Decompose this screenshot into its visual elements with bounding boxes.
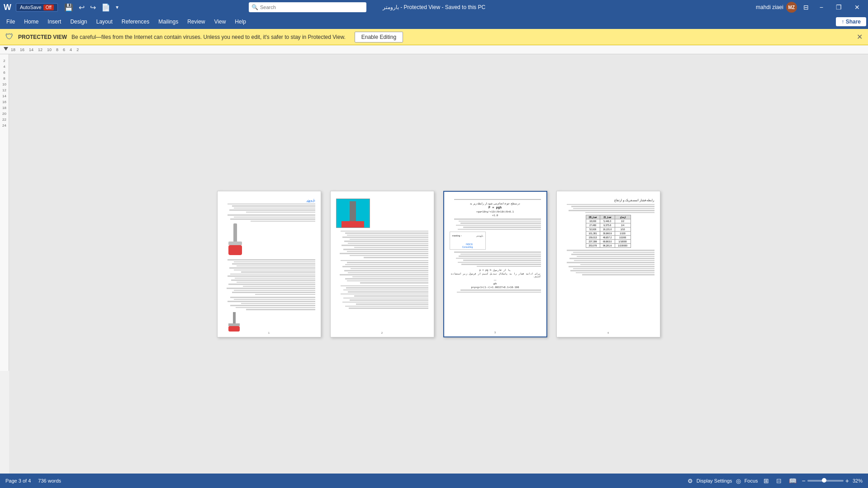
menu-help[interactable]: Help (230, 17, 251, 27)
search-box[interactable]: 🔍 (249, 2, 366, 12)
page3-formula: P = ρgh (450, 206, 541, 209)
shield-icon: 🛡 (5, 32, 14, 42)
status-bar: Page 3 of 4 736 words ⚙ Display Settings… (0, 474, 868, 488)
menu-references[interactable]: References (117, 17, 154, 27)
ruler-marker (4, 47, 8, 51)
document-area: بارومتر (9, 54, 868, 474)
page3-formula3: یا از قارمول p = ρg h (450, 269, 541, 271)
page3-formula4: برای ادامه فشار را به پاسکال تبدیل کنیم … (450, 272, 541, 278)
menu-bar: File Home Insert Design Layout Reference… (0, 14, 868, 29)
zoom-thumb (822, 478, 826, 483)
protected-view-message: Be careful—files from the Internet can c… (71, 34, 346, 40)
new-doc-icon[interactable]: 📄 (100, 2, 112, 13)
menu-mailings[interactable]: Mailings (154, 17, 183, 27)
zoom-level: 32% (853, 478, 863, 483)
read-mode-view-button[interactable]: 📖 (787, 476, 798, 485)
protected-view-close[interactable]: ✕ (857, 33, 863, 41)
more-commands-icon[interactable]: ▾ (114, 3, 120, 11)
enable-editing-button[interactable]: Enable Editing (355, 32, 403, 43)
autosave-label: AutoSave (20, 5, 42, 10)
user-avatar[interactable]: MZ (786, 2, 797, 13)
zoom-out-button[interactable]: − (802, 477, 806, 484)
close-button[interactable]: ✕ (850, 0, 864, 14)
focus-icon[interactable]: ◎ (736, 478, 741, 484)
page3-formula2: 1.0× (450, 214, 541, 217)
focus-label[interactable]: Focus (745, 478, 758, 483)
page2-cyan-diagram (336, 199, 370, 228)
status-bar-right: ⚙ Display Settings ◎ Focus ⊞ ⊟ 📖 − + 32% (688, 476, 863, 485)
print-layout-view-button[interactable]: ⊞ (762, 476, 771, 485)
user-name: mahdi ziaei (756, 4, 783, 10)
share-button[interactable]: ↑ Share (836, 17, 866, 26)
autosave-toggle[interactable]: AutoSave Off (16, 3, 58, 12)
undo-icon[interactable]: ↩ (77, 2, 86, 13)
page-2-content: 2 (331, 191, 434, 337)
page-thumbnail-3[interactable]: در سطح جو p انجام می شود ار رابطه زیر به… (443, 191, 547, 337)
save-icon[interactable]: 💾 (62, 2, 75, 13)
page3-formula-title: در سطح جو p انجام می شود ار رابطه زیر به (450, 202, 541, 205)
page1-link: بارومتر (223, 199, 315, 202)
document-title: بارومتر - Protected View - Saved to this… (383, 4, 485, 10)
page4-number: 4 (607, 332, 609, 334)
minimize-button[interactable]: − (815, 0, 828, 14)
autosave-state: Off (43, 5, 54, 10)
page-4-content: رابطه فشار اتمسفریک و ارتفاع ارتفاع فشار… (557, 191, 660, 337)
page-thumbnail-2[interactable]: 2 (330, 191, 434, 337)
page3-number: 3 (494, 331, 496, 334)
page1-diagram (223, 223, 248, 257)
page3-formula5: — (450, 279, 541, 281)
zoom-control: − + 32% (802, 477, 863, 484)
protected-view-bar: 🛡 PROTECTED VIEW Be careful—files from t… (0, 29, 868, 45)
menu-view[interactable]: View (210, 17, 231, 27)
page1-number: 1 (268, 332, 270, 334)
menu-design[interactable]: Design (66, 17, 91, 27)
word-icon: W (4, 3, 11, 12)
page-info: Page 3 of 4 (5, 478, 31, 483)
page-thumbnail-4[interactable]: رابطه فشار اتمسفریک و ارتفاع ارتفاع فشار… (556, 191, 660, 337)
search-icon: 🔍 (251, 4, 258, 10)
title-bar-left: W AutoSave Off 💾 ↩ ↪ 📄 ▾ (4, 2, 120, 13)
page3-formula-detail: pa=10×μ¹×13۶/0×10۶/0×0.1× (450, 210, 541, 213)
share-icon: ↑ (841, 19, 844, 25)
pages-container: بارومتر (199, 173, 678, 355)
display-settings-icon[interactable]: ⚙ (688, 478, 693, 484)
menu-file[interactable]: File (2, 17, 19, 27)
restore-button[interactable]: ❐ (831, 0, 846, 14)
search-input[interactable] (260, 5, 342, 10)
zoom-in-button[interactable]: + (845, 477, 849, 484)
page1-diagram2 (223, 312, 246, 332)
status-bar-left: Page 3 of 4 736 words (5, 478, 61, 483)
title-bar-right: mahdi ziaei MZ ⊟ − ❐ ✕ (756, 0, 864, 14)
vertical-ruler: 2 4 6 8 10 12 14 16 18 20 22 24 (0, 54, 9, 371)
page3-small-diagram: ↑ meeting بارومتر INSCEConsulting (450, 232, 486, 250)
display-settings-label[interactable]: Display Settings (697, 478, 732, 483)
page2-number: 2 (381, 332, 383, 334)
ruler-numbers: 18 16 14 12 10 8 6 4 2 (9, 47, 81, 52)
page3-formula7: p=ρ×g×1=(1-r)×1.00327×0.1×10-100 (450, 286, 541, 289)
page-3-content: در سطح جو p انجام می شود ار رابطه زیر به… (444, 192, 546, 336)
menu-review[interactable]: Review (183, 17, 209, 27)
menu-layout[interactable]: Layout (92, 17, 117, 27)
horizontal-ruler: 18 16 14 12 10 8 6 4 2 (0, 45, 868, 54)
word-count: 736 words (38, 478, 61, 483)
quick-access-toolbar: 💾 ↩ ↪ 📄 ▾ (62, 2, 120, 13)
menu-home[interactable]: Home (19, 17, 43, 27)
redo-icon[interactable]: ↪ (88, 2, 98, 13)
web-layout-view-button[interactable]: ⊟ (774, 476, 783, 485)
ribbon-display-icon[interactable]: ⊟ (801, 4, 811, 11)
page-thumbnail-1[interactable]: بارومتر (217, 191, 321, 337)
page-1-content: بارومتر (218, 191, 321, 337)
page3-formula6: g/h (450, 282, 541, 285)
zoom-slider[interactable] (807, 480, 844, 482)
page4-data-table: ارتفاع فشار (I) فشار (II) 1/2 5,446.3 18… (586, 215, 631, 248)
menu-insert[interactable]: Insert (43, 17, 66, 27)
protected-view-title: PROTECTED VIEW (18, 34, 67, 40)
user-info: mahdi ziaei MZ (756, 2, 797, 13)
page4-title: رابطه فشار اتمسفریک و ارتفاع (562, 199, 655, 202)
title-bar: W AutoSave Off 💾 ↩ ↪ 📄 ▾ بارومتر - Prote… (0, 0, 868, 14)
